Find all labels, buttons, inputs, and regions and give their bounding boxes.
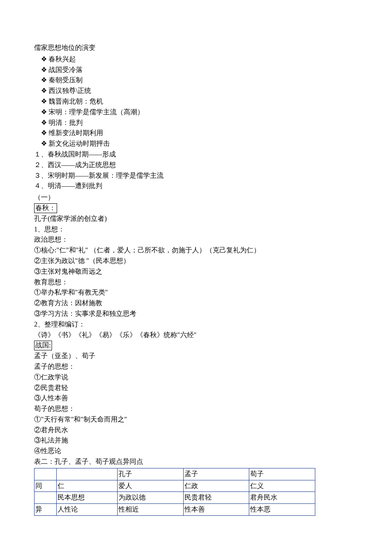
table-cell: 性相近 [117, 504, 183, 516]
evolution-bullet-list: 春秋兴起 战国受冷落 秦朝受压制 西汉独尊\正统 魏晋南北朝：危机 宋明：理学是… [34, 54, 358, 149]
comparison-table: 孔子 孟子 荀子 同 仁 爱人 仁政 仁义 民本思想 为政以德 民贵君轻 君舟民… [34, 468, 315, 516]
numbered-summary-list: １、春秋战国时期——形成 ２、西汉——成为正统思想 ３、宋明时期——新发展：理学… [34, 149, 358, 191]
table-row: 民本思想 为政以德 民贵君轻 君舟民水 [35, 492, 315, 504]
list-item: ④性恶论 [34, 446, 358, 457]
list-item: 春秋兴起 [34, 54, 358, 65]
xunzi-header: 荀子的思想： [34, 404, 358, 414]
list-item: 新文化运动时期抨击 [34, 139, 358, 149]
list-item: 西汉独尊\正统 [34, 86, 358, 96]
list-item: ③学习方法：实事求是和独立思考 [34, 309, 358, 319]
mengzi-header: 孟子的思想： [34, 361, 358, 372]
list-item: ①核心:"仁"和"礼" （仁者，爱人；己所不欲，勿施于人）（克己复礼为仁） [34, 245, 358, 256]
political-thought-header: 政治思想： [34, 234, 358, 245]
compile-content: 《诗》《书》《礼》《易》《乐》《春秋》统称"六经" [34, 330, 358, 341]
list-item: ③礼法并施 [34, 435, 358, 446]
table-cell: 仁政 [183, 480, 249, 492]
list-item: ①仁政学说 [34, 372, 358, 383]
list-item: ②君舟民水 [34, 425, 358, 436]
table-row: 异 人性论 性相近 性本善 性本恶 [35, 504, 315, 516]
table-cell: 民贵君轻 [183, 492, 249, 504]
table-cell: 异 [35, 504, 57, 516]
list-item: 秦朝受压制 [34, 75, 358, 86]
list-item: ４、明清——遭到批判 [34, 181, 358, 191]
list-item: ２、西汉——成为正统思想 [34, 160, 358, 171]
table-row: 孔子 孟子 荀子 [35, 468, 315, 480]
kongzi-intro: 孔子(儒家学派的创立者) [34, 214, 358, 224]
list-item: ②主张为政以"德 "（民本思想） [34, 256, 358, 266]
table-cell: 民本思想 [56, 492, 117, 504]
list-item: ③主张对鬼神敬而远之 [34, 266, 358, 277]
table-row: 同 仁 爱人 仁政 仁义 [35, 480, 315, 492]
list-item: ①举办私学和"有教无类" [34, 287, 358, 298]
list-item: 维新变法时期利用 [34, 128, 358, 139]
list-item: 魏晋南北朝：危机 [34, 96, 358, 107]
compile-header: 2、整理和编订： [34, 319, 358, 330]
list-item: ②教育方法：因材施教 [34, 298, 358, 309]
table-cell: 孟子 [183, 468, 249, 480]
table-cell: 仁义 [249, 480, 315, 492]
thought-header: 1、思想： [34, 224, 358, 235]
chunqiu-period-label: 春秋： [34, 203, 57, 213]
table-cell: 仁 [56, 480, 117, 492]
section-marker: （一） [34, 192, 358, 203]
list-item: ①"天行有常"和"制天命而用之" [34, 414, 358, 425]
table-cell: 人性论 [56, 504, 117, 516]
list-item: ３、宋明时期——新发展：理学是儒学主流 [34, 171, 358, 181]
list-item: 明清：批判 [34, 118, 358, 128]
list-item: ③人性本善 [34, 393, 358, 404]
page-title: 儒家思想地位的演变 [34, 43, 358, 53]
list-item: ②民贵君轻 [34, 383, 358, 393]
table-title: 表二：孔子、孟子、荀子观点异同点 [34, 457, 358, 467]
table-cell: 同 [35, 480, 57, 492]
table-cell [35, 492, 57, 504]
table-cell: 孔子 [117, 468, 183, 480]
table-cell: 性本善 [183, 504, 249, 516]
list-item: 宋明：理学是儒学主流（高潮） [34, 107, 358, 118]
table-cell: 君舟民水 [249, 492, 315, 504]
table-cell [35, 468, 57, 480]
table-cell: 为政以德 [117, 492, 183, 504]
table-cell: 爱人 [117, 480, 183, 492]
zhanguo-period-label: 战国: [34, 341, 52, 350]
education-thought-header: 教育思想： [34, 277, 358, 288]
list-item: 战国受冷落 [34, 65, 358, 75]
table-cell [56, 468, 117, 480]
list-item: １、春秋战国时期——形成 [34, 149, 358, 160]
table-cell: 性本恶 [249, 504, 315, 516]
mengxun-intro: 孟子（亚圣）、荀子 [34, 351, 358, 361]
table-cell: 荀子 [249, 468, 315, 480]
